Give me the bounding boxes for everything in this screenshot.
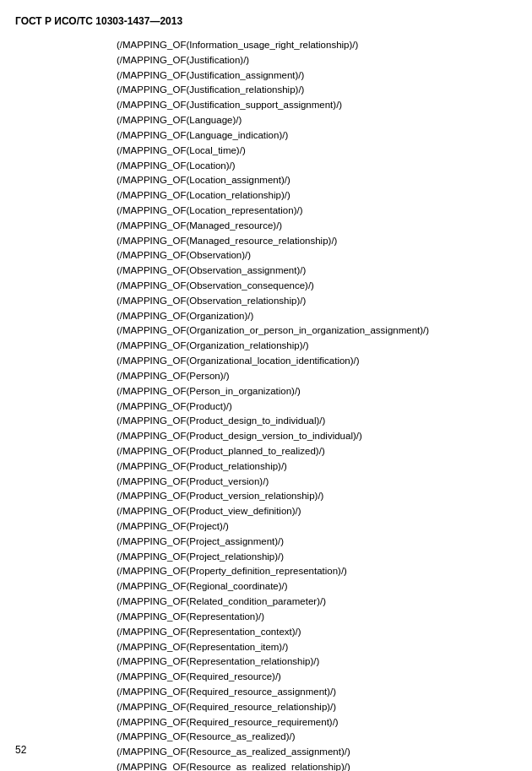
content-line: (/MAPPING_OF(Representation_relationship… (117, 654, 517, 670)
content-line: (/MAPPING_OF(Representation_context)/) (117, 625, 517, 640)
document-title: ГОСТ Р ИСО/ТС 10303-1437—2013 (15, 15, 182, 27)
content-line: (/MAPPING_OF(Required_resource_requireme… (117, 715, 517, 730)
content-line: (/MAPPING_OF(Justification_assignment)/) (117, 68, 517, 84)
content-line: (/MAPPING_OF(Language)/) (117, 113, 517, 128)
page-number: 52 (15, 744, 26, 756)
content-line: (/MAPPING_OF(Resource_as_realized)/) (117, 730, 517, 745)
content-line: (/MAPPING_OF(Regional_coordinate)/) (117, 579, 517, 595)
content-line: (/MAPPING_OF(Required_resource)/) (117, 670, 517, 685)
content-line: (/MAPPING_OF(Resource_as_realized_relati… (117, 760, 517, 771)
content-line: (/MAPPING_OF(Product_relationship)/) (117, 459, 517, 475)
content-line: (/MAPPING_OF(Location_relationship)/) (117, 188, 517, 204)
content-line: (/MAPPING_OF(Product)/) (117, 399, 517, 415)
content-line: (/MAPPING_OF(Observation)/) (117, 248, 517, 263)
content-line: (/MAPPING_OF(Organization_relationship)/… (117, 339, 517, 354)
content-line: (/MAPPING_OF(Related_condition_parameter… (117, 595, 517, 610)
content-line: (/MAPPING_OF(Product_planned_to_realized… (117, 444, 517, 459)
content-line: (/MAPPING_OF(Observation_relationship)/) (117, 294, 517, 309)
content-line: (/MAPPING_OF(Observation_consequence)/) (117, 279, 517, 294)
content-line: (/MAPPING_OF(Project_relationship)/) (117, 550, 517, 565)
content-line: (/MAPPING_OF(Required_resource_relations… (117, 700, 517, 715)
content-line: (/MAPPING_OF(Information_usage_right_rel… (117, 38, 517, 53)
content-line: (/MAPPING_OF(Managed_resource)/) (117, 219, 517, 234)
content-line: (/MAPPING_OF(Representation_item)/) (117, 640, 517, 655)
content-line: (/MAPPING_OF(Managed_resource_relationsh… (117, 234, 517, 249)
content-line: (/MAPPING_OF(Observation_assignment)/) (117, 263, 517, 279)
content-line: (/MAPPING_OF(Justification_support_assig… (117, 98, 517, 113)
content-line: (/MAPPING_OF(Organizational_location_ide… (117, 354, 517, 369)
content-line: (/MAPPING_OF(Project_assignment)/) (117, 535, 517, 550)
content-line: (/MAPPING_OF(Location_assignment)/) (117, 173, 517, 188)
content-line: (/MAPPING_OF(Product_version_relationshi… (117, 489, 517, 504)
content-line: (/MAPPING_OF(Location_representation)/) (117, 204, 517, 219)
content-line: (/MAPPING_OF(Product_version)/) (117, 475, 517, 490)
content-line: (/MAPPING_OF(Resource_as_realized_assign… (117, 745, 517, 760)
content-line: (/MAPPING_OF(Justification_relationship)… (117, 83, 517, 98)
content-line: (/MAPPING_OF(Organization)/) (117, 309, 517, 324)
content-line: (/MAPPING_OF(Person)/) (117, 369, 517, 384)
content-line: (/MAPPING_OF(Representation)/) (117, 610, 517, 625)
content-line: (/MAPPING_OF(Required_resource_assignmen… (117, 685, 517, 700)
content-line: (/MAPPING_OF(Project)/) (117, 519, 517, 535)
content-area: (/MAPPING_OF(Information_usage_right_rel… (117, 38, 517, 771)
content-line: (/MAPPING_OF(Product_view_definition)/) (117, 504, 517, 519)
content-line: (/MAPPING_OF(Language_indication)/) (117, 128, 517, 144)
content-line: (/MAPPING_OF(Justification)/) (117, 53, 517, 68)
content-line: (/MAPPING_OF(Location)/) (117, 159, 517, 174)
content-line: (/MAPPING_OF(Person_in_organization)/) (117, 384, 517, 399)
content-line: (/MAPPING_OF(Local_time)/) (117, 144, 517, 159)
content-line: (/MAPPING_OF(Organization_or_person_in_o… (117, 323, 517, 339)
content-line: (/MAPPING_OF(Product_design_version_to_i… (117, 429, 517, 444)
content-line: (/MAPPING_OF(Property_definition_represe… (117, 564, 517, 579)
content-line: (/MAPPING_OF(Product_design_to_individua… (117, 414, 517, 429)
